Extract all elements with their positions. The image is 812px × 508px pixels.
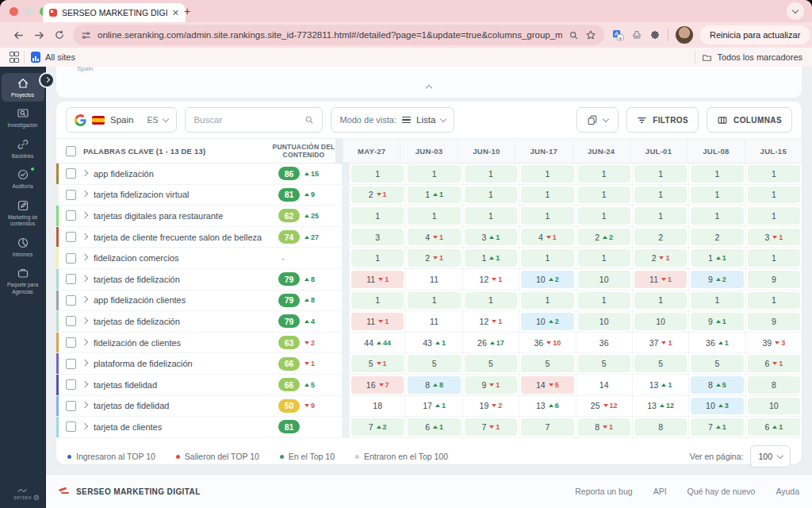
per-page-select[interactable]: 100 <box>750 445 791 468</box>
expand-chevron-icon[interactable] <box>82 360 88 366</box>
sidebar-item-auditor-a[interactable]: Auditoría <box>2 164 44 193</box>
expand-chevron-icon[interactable] <box>82 380 88 387</box>
expand-chevron-icon[interactable] <box>82 338 88 344</box>
row-checkbox[interactable] <box>66 359 76 369</box>
keyword-label[interactable]: tarjetas de fidelización <box>94 317 180 326</box>
footer-link-ayuda[interactable]: Ayuda <box>776 487 799 496</box>
date-column-header[interactable]: JUL-15 <box>745 139 802 163</box>
extensions-puzzle-icon[interactable] <box>649 29 661 40</box>
bookmark-all-sites[interactable]: All sites <box>31 52 75 63</box>
sidebar-item-informes[interactable]: Informes <box>2 233 44 261</box>
browser-tab[interactable]: SERSEO MARKETING DIGITAL ✕ <box>43 3 186 22</box>
bookmark-star-icon[interactable] <box>585 29 596 40</box>
keyword-label[interactable]: app fidelización <box>94 169 154 179</box>
expand-chevron-icon[interactable] <box>82 296 88 302</box>
sidebar-item-paquete-para-agencias[interactable]: Paquete para Agencias <box>2 263 44 298</box>
row-checkbox[interactable] <box>66 190 76 200</box>
footer-link-qu-hay-de-nuevo[interactable]: Qué hay de nuevo <box>688 487 756 496</box>
reload-icon[interactable] <box>49 25 70 45</box>
keyword-label[interactable]: tarjeta fidelizacion virtual <box>94 190 189 199</box>
sidebar-item-proyectos[interactable]: Proyectos <box>2 73 44 102</box>
address-bar[interactable]: online.seranking.com/admin.site.rankings… <box>73 25 604 45</box>
select-all-checkbox[interactable] <box>66 146 76 156</box>
keyword-label[interactable]: tarjeta de cliente frecuente salon de be… <box>94 233 262 242</box>
content-score-badge[interactable]: 66 <box>278 378 300 391</box>
view-mode-select[interactable]: Modo de vista: Lista <box>331 107 454 133</box>
keyword-label[interactable]: fidelizacion comercios <box>94 253 179 263</box>
footer-link-api[interactable]: API <box>653 487 667 496</box>
forward-icon[interactable] <box>29 25 49 45</box>
filters-button[interactable]: FILTROS <box>626 107 699 133</box>
date-column-header[interactable]: JUL-08 <box>687 139 744 163</box>
expand-chevron-icon[interactable] <box>82 318 88 324</box>
back-icon[interactable] <box>8 25 29 45</box>
columns-button[interactable]: COLUMNAS <box>707 107 792 133</box>
url-text[interactable]: online.seranking.com/admin.site.rankings… <box>98 30 562 40</box>
keyword-label[interactable]: tarjetas de fidelización <box>94 275 180 284</box>
expand-chevron-icon[interactable] <box>82 233 88 239</box>
sidebar-item-marketing-de-contenidos[interactable]: Marketing de contenidos <box>2 195 44 231</box>
content-score-badge[interactable]: 79 <box>278 314 300 328</box>
all-bookmarks-button[interactable]: Todos los marcadores <box>702 52 802 63</box>
search-engine-select[interactable]: Spain ES <box>66 107 177 133</box>
minimize-window-button[interactable] <box>25 7 33 16</box>
keyword-label[interactable]: tarjeta de clientes <box>94 422 162 432</box>
tab-close-icon[interactable]: ✕ <box>172 9 179 17</box>
collapse-panel-button[interactable] <box>427 79 431 94</box>
expand-chevron-icon[interactable] <box>82 423 88 429</box>
row-checkbox[interactable] <box>66 232 76 242</box>
content-score-badge[interactable]: 63 <box>278 336 300 349</box>
date-column-header[interactable]: JUL-01 <box>630 139 687 163</box>
close-window-button[interactable] <box>10 7 18 16</box>
row-checkbox[interactable] <box>66 295 76 306</box>
relaunch-to-update-button[interactable]: Reinicia para actualizar <box>700 25 810 44</box>
row-checkbox[interactable] <box>66 401 76 411</box>
content-score-badge[interactable]: 86 <box>278 167 300 180</box>
keyword-label[interactable]: plataforma de fidelización <box>94 359 193 368</box>
row-checkbox[interactable] <box>66 337 76 348</box>
expand-chevron-icon[interactable] <box>82 254 88 260</box>
content-score-badge[interactable]: 79 <box>278 294 300 307</box>
date-column-header[interactable]: JUN-10 <box>458 139 515 163</box>
keyword-label[interactable]: tarjetas digitales para restaurante <box>94 211 223 221</box>
expand-chevron-icon[interactable] <box>82 402 88 408</box>
row-checkbox[interactable] <box>66 316 76 326</box>
sidebar-item-backlinks[interactable]: Backlinks <box>2 134 44 163</box>
content-score-badge[interactable]: 79 <box>278 272 300 286</box>
expand-chevron-icon[interactable] <box>82 170 88 176</box>
apps-grid-icon[interactable] <box>10 52 17 63</box>
row-checkbox[interactable] <box>66 379 76 390</box>
keyword-label[interactable]: fidelización de clientes <box>94 338 181 348</box>
sidebar-item-investigaci-n[interactable]: Investigación <box>2 103 44 132</box>
content-score-badge[interactable]: 81 <box>278 420 300 433</box>
date-column-header[interactable]: MAY-27 <box>343 139 400 163</box>
row-checkbox[interactable] <box>66 274 76 284</box>
sidebar-collapse-button[interactable] <box>39 72 55 88</box>
date-column-header[interactable]: JUN-03 <box>400 139 457 163</box>
keyword-label[interactable]: tarjetas fidelidad <box>94 380 157 390</box>
row-checkbox[interactable] <box>66 210 76 221</box>
keyword-label[interactable]: tarjetas de fidelidad <box>94 401 169 410</box>
content-score-badge[interactable]: 81 <box>278 188 300 202</box>
row-checkbox[interactable] <box>66 253 76 264</box>
content-score-badge[interactable]: 66 <box>278 357 300 371</box>
expand-chevron-icon[interactable] <box>82 275 88 282</box>
row-checkbox[interactable] <box>66 168 76 179</box>
row-checkbox[interactable] <box>66 421 76 432</box>
date-column-header[interactable]: JUN-17 <box>515 139 572 163</box>
extension-stamp-icon[interactable] <box>631 29 642 40</box>
tab-search-button[interactable] <box>787 2 804 20</box>
profile-avatar[interactable] <box>676 26 693 44</box>
translate-icon[interactable]: Aa <box>612 29 624 41</box>
keyword-label[interactable]: app fidelización clientes <box>94 295 186 305</box>
expand-chevron-icon[interactable] <box>82 212 88 218</box>
footer-link-reporta-un-bug[interactable]: Reporta un bug <box>575 487 632 496</box>
content-score-badge[interactable]: 62 <box>278 209 300 222</box>
keyword-search-input[interactable]: Buscar <box>185 107 323 133</box>
content-score-badge[interactable]: 50 <box>278 399 300 413</box>
site-settings-icon[interactable] <box>81 30 91 40</box>
date-column-header[interactable]: JUN-24 <box>573 139 630 163</box>
expand-chevron-icon[interactable] <box>82 190 88 197</box>
content-score-badge[interactable]: 74 <box>278 230 300 244</box>
compare-columns-button[interactable] <box>576 107 619 133</box>
